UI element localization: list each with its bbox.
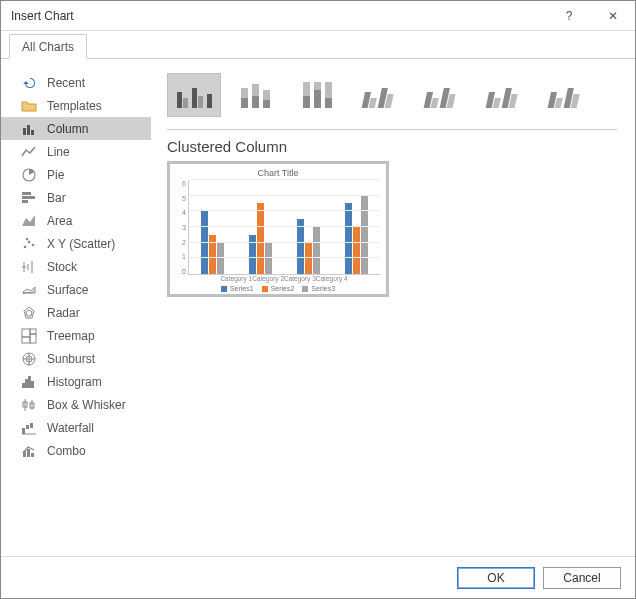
waterfall-icon <box>21 420 37 436</box>
svg-rect-46 <box>241 98 248 108</box>
undo-icon <box>21 75 37 91</box>
help-button[interactable]: ? <box>547 1 591 31</box>
sidebar-item-label: Sunburst <box>47 352 95 366</box>
histogram-icon <box>21 374 37 390</box>
tab-all-charts[interactable]: All Charts <box>9 34 87 59</box>
svg-point-9 <box>32 243 35 246</box>
content-pane: Clustered Column Chart Title 6543210 Cat… <box>151 59 635 556</box>
area-icon <box>21 213 37 229</box>
svg-rect-18 <box>30 329 36 334</box>
sidebar-item-box-whisker[interactable]: Box & Whisker <box>1 393 151 416</box>
svg-rect-0 <box>23 128 26 135</box>
svg-rect-40 <box>177 92 182 108</box>
svg-rect-62 <box>431 98 439 108</box>
sidebar-item-templates[interactable]: Templates <box>1 94 151 117</box>
bar <box>353 227 360 274</box>
svg-rect-42 <box>192 88 197 108</box>
sidebar-item-bar[interactable]: Bar <box>1 186 151 209</box>
bar <box>201 211 208 274</box>
sidebar-item-label: Waterfall <box>47 421 94 435</box>
sidebar-item-column[interactable]: Column <box>1 117 151 140</box>
svg-point-7 <box>24 245 27 248</box>
sidebar-item-label: Templates <box>47 99 102 113</box>
svg-rect-41 <box>183 98 188 108</box>
x-tick: Category 1 <box>220 275 252 282</box>
sidebar-item-sunburst[interactable]: Sunburst <box>1 347 151 370</box>
sidebar-item-label: Recent <box>47 76 85 90</box>
titlebar: Insert Chart ? ✕ <box>1 1 635 31</box>
sidebar: RecentTemplatesColumnLinePieBarAreaX Y (… <box>1 59 151 556</box>
svg-rect-6 <box>22 200 28 203</box>
sidebar-item-stock[interactable]: Stock <box>1 255 151 278</box>
cancel-button[interactable]: Cancel <box>543 567 621 589</box>
subtype-100-stacked-column[interactable] <box>291 73 345 117</box>
plot-grid <box>188 180 380 275</box>
bar <box>297 219 304 274</box>
x-axis: Category 1Category 2Category 3Category 4 <box>208 275 347 282</box>
legend: Series1Series2Series3 <box>221 282 335 292</box>
chart-preview[interactable]: Chart Title 6543210 Category 1Category 2… <box>167 161 389 297</box>
subtype-3d-stacked-column[interactable] <box>415 73 469 117</box>
sidebar-item-label: Pie <box>47 168 64 182</box>
sidebar-item-waterfall[interactable]: Waterfall <box>1 416 151 439</box>
x-tick: Category 3 <box>284 275 316 282</box>
y-tick: 4 <box>182 209 186 216</box>
legend-item: Series1 <box>221 285 254 292</box>
svg-rect-56 <box>325 98 332 108</box>
sidebar-item-label: Area <box>47 214 72 228</box>
subtype-3d-100-stacked-column[interactable] <box>477 73 531 117</box>
svg-rect-54 <box>314 90 321 108</box>
bar <box>313 227 320 274</box>
bar <box>265 243 272 274</box>
subtype-clustered-column[interactable] <box>167 73 221 117</box>
svg-rect-25 <box>22 383 25 388</box>
sidebar-item-label: Line <box>47 145 70 159</box>
svg-rect-19 <box>30 334 36 343</box>
svg-rect-5 <box>22 196 35 199</box>
sidebar-item-surface[interactable]: Surface <box>1 278 151 301</box>
sidebar-item-label: Combo <box>47 444 86 458</box>
svg-rect-1 <box>27 125 30 135</box>
chart-preview-title: Chart Title <box>257 168 298 178</box>
svg-rect-34 <box>26 425 29 429</box>
y-tick: 0 <box>182 268 186 275</box>
svg-rect-38 <box>27 449 30 457</box>
subtype-stacked-column[interactable] <box>229 73 283 117</box>
sidebar-item-label: Stock <box>47 260 77 274</box>
sidebar-item-histogram[interactable]: Histogram <box>1 370 151 393</box>
plot-area: 6543210 <box>176 180 380 275</box>
sidebar-item-recent[interactable]: Recent <box>1 71 151 94</box>
svg-rect-28 <box>31 381 34 388</box>
sidebar-item-label: Surface <box>47 283 88 297</box>
sidebar-item-pie[interactable]: Pie <box>1 163 151 186</box>
radar-icon <box>21 305 37 321</box>
svg-rect-52 <box>303 96 310 108</box>
svg-rect-43 <box>198 96 203 108</box>
subtype-name: Clustered Column <box>167 130 617 161</box>
svg-rect-2 <box>31 130 34 135</box>
subtype-3d-column[interactable] <box>539 73 593 117</box>
sidebar-item-label: Column <box>47 122 88 136</box>
sidebar-item-area[interactable]: Area <box>1 209 151 232</box>
close-button[interactable]: ✕ <box>591 1 635 31</box>
main: RecentTemplatesColumnLinePieBarAreaX Y (… <box>1 59 635 556</box>
legend-item: Series2 <box>262 285 295 292</box>
sidebar-item-x-y-scatter-[interactable]: X Y (Scatter) <box>1 232 151 255</box>
y-axis: 6543210 <box>176 180 186 275</box>
sidebar-item-treemap[interactable]: Treemap <box>1 324 151 347</box>
ok-button[interactable]: OK <box>457 567 535 589</box>
sidebar-item-combo[interactable]: Combo <box>1 439 151 462</box>
bar <box>305 243 312 274</box>
subtype-3d-clustered-column[interactable] <box>353 73 407 117</box>
sidebar-item-line[interactable]: Line <box>1 140 151 163</box>
svg-rect-58 <box>369 98 377 108</box>
sidebar-item-label: Bar <box>47 191 66 205</box>
bar <box>217 243 224 274</box>
svg-rect-26 <box>25 379 28 388</box>
sidebar-item-label: Treemap <box>47 329 95 343</box>
x-tick: Category 2 <box>252 275 284 282</box>
surface-icon <box>21 282 37 298</box>
sidebar-item-radar[interactable]: Radar <box>1 301 151 324</box>
sidebar-item-label: Radar <box>47 306 80 320</box>
bar <box>345 203 352 273</box>
